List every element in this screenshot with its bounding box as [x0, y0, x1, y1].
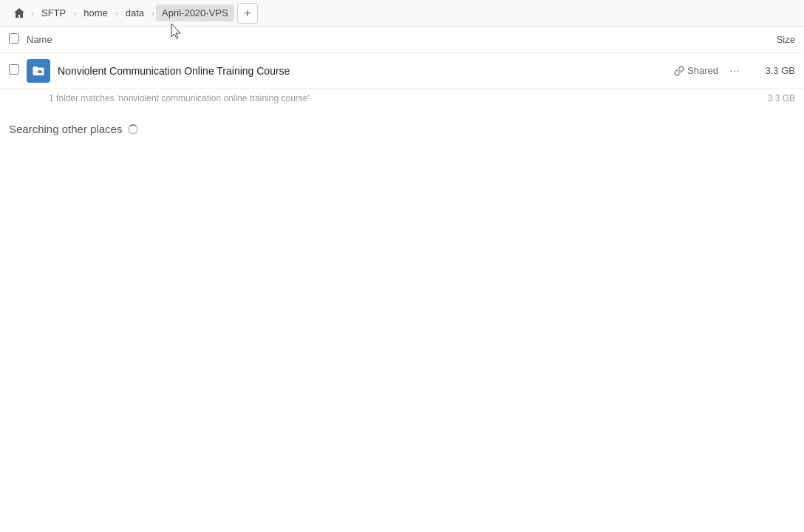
- folder-icon: [27, 59, 50, 83]
- breadcrumb-sep-3: ›: [115, 8, 118, 18]
- size-column-header: Size: [736, 34, 795, 45]
- breadcrumb-home[interactable]: home: [78, 4, 114, 21]
- link-icon: [674, 66, 684, 76]
- top-nav: › SFTP › home › data › April-2020-VPS +: [0, 0, 804, 27]
- file-size: 3.3 GB: [751, 65, 795, 76]
- more-icon: ···: [729, 64, 739, 78]
- home-icon: [13, 7, 25, 19]
- file-row[interactable]: Nonviolent Communication Online Training…: [0, 53, 804, 89]
- searching-label: Searching other places: [9, 123, 795, 135]
- file-checkbox[interactable]: [9, 64, 19, 75]
- searching-text: Searching other places: [9, 123, 122, 135]
- header-checkbox-col: [9, 33, 27, 46]
- more-options-button[interactable]: ···: [724, 61, 745, 81]
- loading-spinner: [128, 124, 138, 134]
- file-name: Nonviolent Communication Online Training…: [58, 65, 674, 77]
- shared-label: Shared: [687, 65, 718, 76]
- breadcrumb-sep-1: ›: [31, 8, 34, 18]
- summary-size: 3.3 GB: [751, 93, 795, 103]
- select-all-checkbox[interactable]: [9, 33, 19, 44]
- folder-link-icon: [32, 64, 45, 78]
- name-column-header: Name: [27, 34, 736, 45]
- shared-badge: Shared: [674, 65, 718, 76]
- breadcrumb-sftp[interactable]: SFTP: [35, 4, 72, 21]
- column-header: Name Size: [0, 27, 804, 53]
- breadcrumb-sep-4: ›: [151, 8, 154, 18]
- searching-section: Searching other places: [0, 108, 804, 141]
- summary-row: 1 folder matches 'nonviolent communicati…: [0, 89, 804, 108]
- home-button[interactable]: [9, 3, 30, 24]
- summary-text: 1 folder matches 'nonviolent communicati…: [49, 93, 751, 103]
- file-checkbox-col: [9, 64, 27, 77]
- breadcrumb-data[interactable]: data: [120, 4, 150, 21]
- add-tab-button[interactable]: +: [237, 3, 258, 24]
- breadcrumb-sep-2: ›: [73, 8, 76, 18]
- breadcrumb-april-2020-vps[interactable]: April-2020-VPS: [156, 4, 234, 21]
